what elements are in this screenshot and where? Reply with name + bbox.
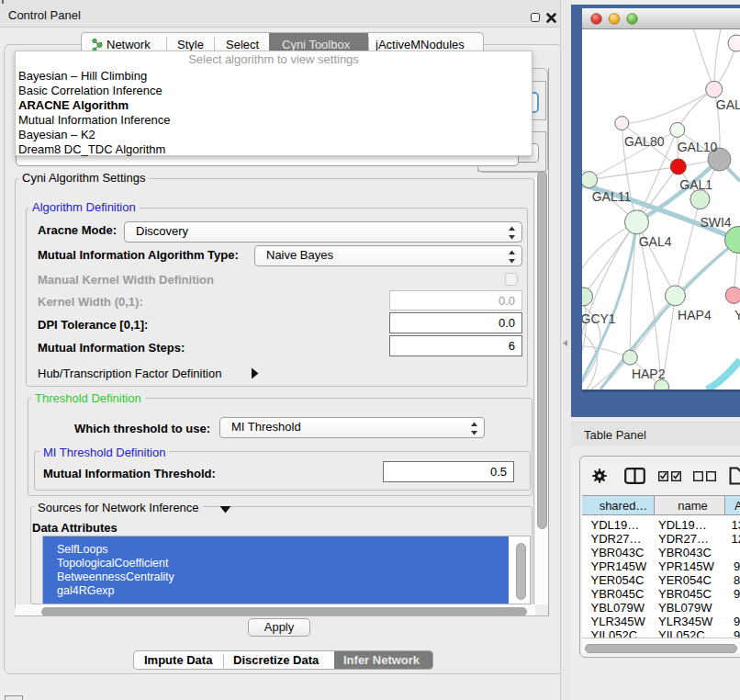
svg-text:Y: Y	[734, 308, 740, 322]
svg-text:GAL: GAL	[716, 97, 740, 112]
svg-text:HAP4: HAP4	[678, 308, 712, 322]
svg-text:GAL10: GAL10	[678, 140, 718, 154]
svg-text:SWI4: SWI4	[700, 215, 731, 230]
svg-text:GCY1: GCY1	[582, 311, 616, 326]
svg-text:GAL1: GAL1	[679, 177, 712, 192]
svg-text:GAL11: GAL11	[592, 189, 632, 204]
svg-text:GAL80: GAL80	[624, 134, 665, 149]
svg-text:GAL4: GAL4	[639, 234, 672, 249]
svg-text:HAP2: HAP2	[632, 367, 666, 381]
